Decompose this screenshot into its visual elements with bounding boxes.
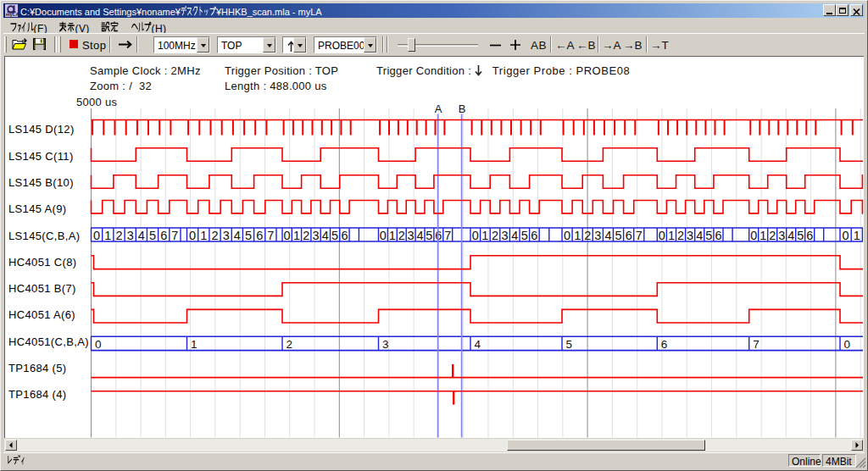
svg-text:1: 1 bbox=[104, 229, 111, 242]
svg-text:B: B bbox=[459, 103, 466, 115]
svg-text:1: 1 bbox=[668, 229, 675, 242]
svg-text:0: 0 bbox=[844, 338, 851, 351]
svg-text:2: 2 bbox=[769, 229, 776, 242]
svg-text:1: 1 bbox=[760, 229, 766, 242]
svg-text:5: 5 bbox=[245, 229, 252, 242]
svg-text:0: 0 bbox=[659, 229, 665, 242]
svg-text:4: 4 bbox=[417, 229, 424, 242]
svg-text:3: 3 bbox=[778, 229, 785, 242]
svg-text:2: 2 bbox=[677, 229, 684, 242]
svg-text:5: 5 bbox=[521, 229, 528, 242]
svg-text:5: 5 bbox=[426, 229, 432, 242]
svg-text:1: 1 bbox=[854, 229, 860, 242]
svg-text:0: 0 bbox=[93, 229, 100, 242]
svg-text:6: 6 bbox=[806, 229, 813, 242]
svg-text:5: 5 bbox=[566, 338, 573, 351]
svg-text:6: 6 bbox=[661, 338, 668, 351]
svg-text:2: 2 bbox=[287, 338, 293, 351]
svg-text:2: 2 bbox=[584, 229, 591, 242]
svg-text:4: 4 bbox=[138, 229, 145, 242]
svg-text:3: 3 bbox=[127, 229, 134, 242]
svg-text:0: 0 bbox=[380, 229, 387, 242]
svg-text:4: 4 bbox=[475, 338, 481, 351]
svg-text:0: 0 bbox=[189, 229, 196, 242]
svg-text:4: 4 bbox=[322, 229, 329, 242]
svg-text:6: 6 bbox=[715, 229, 721, 242]
svg-text:3: 3 bbox=[312, 229, 319, 242]
svg-text:2: 2 bbox=[492, 229, 498, 242]
svg-text:1: 1 bbox=[389, 229, 396, 242]
svg-text:5: 5 bbox=[797, 229, 804, 242]
svg-text:2: 2 bbox=[115, 229, 122, 242]
svg-text:2: 2 bbox=[303, 229, 309, 242]
svg-text:A: A bbox=[435, 103, 442, 115]
svg-text:7: 7 bbox=[444, 229, 451, 242]
svg-text:0: 0 bbox=[95, 338, 102, 351]
svg-text:3: 3 bbox=[594, 229, 601, 242]
svg-text:1: 1 bbox=[200, 229, 207, 242]
svg-text:3: 3 bbox=[502, 229, 509, 242]
svg-text:2: 2 bbox=[398, 229, 405, 242]
svg-text:4: 4 bbox=[234, 229, 241, 242]
svg-text:5: 5 bbox=[149, 229, 156, 242]
svg-text:0: 0 bbox=[472, 229, 479, 242]
svg-text:1: 1 bbox=[191, 338, 198, 351]
svg-text:7: 7 bbox=[636, 229, 643, 242]
svg-text:5: 5 bbox=[615, 229, 621, 242]
svg-text:0: 0 bbox=[284, 229, 291, 242]
svg-text:4: 4 bbox=[696, 229, 703, 242]
svg-text:0: 0 bbox=[750, 229, 757, 242]
svg-text:2: 2 bbox=[211, 229, 218, 242]
svg-text:3: 3 bbox=[687, 229, 693, 242]
svg-text:0: 0 bbox=[843, 229, 849, 242]
svg-text:6: 6 bbox=[626, 229, 632, 242]
svg-text:6: 6 bbox=[256, 229, 263, 242]
svg-text:5: 5 bbox=[331, 229, 338, 242]
svg-text:0: 0 bbox=[564, 229, 570, 242]
svg-text:4: 4 bbox=[511, 229, 518, 242]
svg-text:1: 1 bbox=[481, 229, 488, 242]
svg-text:5: 5 bbox=[705, 229, 712, 242]
svg-text:3: 3 bbox=[408, 229, 415, 242]
svg-text:3: 3 bbox=[382, 338, 389, 351]
svg-text:7: 7 bbox=[753, 338, 760, 351]
svg-text:1: 1 bbox=[574, 229, 581, 242]
svg-text:7: 7 bbox=[171, 229, 178, 242]
svg-text:4: 4 bbox=[604, 229, 611, 242]
svg-text:7: 7 bbox=[267, 229, 274, 242]
svg-text:1: 1 bbox=[293, 229, 300, 242]
svg-text:6: 6 bbox=[531, 229, 537, 242]
svg-text:4: 4 bbox=[787, 229, 794, 242]
svg-text:6: 6 bbox=[341, 229, 348, 242]
svg-text:3: 3 bbox=[223, 229, 230, 242]
svg-text:6: 6 bbox=[160, 229, 167, 242]
